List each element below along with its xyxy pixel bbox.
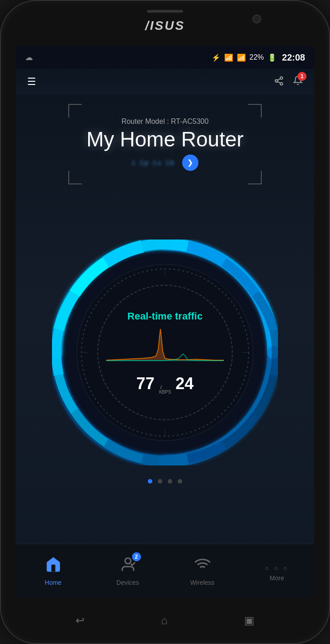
bracket-br — [248, 171, 262, 184]
devices-nav-icon: 2 — [119, 556, 137, 576]
nav-item-devices[interactable]: 2 Devices — [90, 556, 165, 586]
gauge-section: Real-time traffic — [16, 189, 314, 544]
more-nav-icon: ○ ○ ○ — [265, 561, 289, 572]
wireless-nav-icon — [194, 556, 211, 576]
bluetooth-icon: ⚡ — [212, 53, 221, 62]
battery-icon: 🔋 — [268, 53, 277, 62]
notification-wrapper[interactable]: 1 — [293, 75, 303, 88]
unit-label: KBPS — [159, 390, 171, 395]
traffic-title: Real-time traffic — [127, 310, 203, 322]
app-header: ☰ 1 — [16, 69, 314, 95]
status-bar: ☁ ⚡ 📶 📶 KBPS 22% 🔋 22:08 — [16, 46, 314, 69]
traffic-chart-svg — [106, 327, 224, 372]
page-dot-3[interactable] — [168, 479, 172, 484]
ip-address: 1 1p 1u 1b — [132, 159, 175, 166]
share-icon[interactable] — [274, 76, 284, 88]
nav-item-home[interactable]: Home — [16, 556, 90, 586]
download-value: 77 — [137, 374, 155, 393]
bracket-frame: Router Model : RT-AC5300 My Home Router … — [68, 104, 262, 184]
router-info: Router Model : RT-AC5300 My Home Router … — [16, 95, 314, 184]
svg-point-1 — [275, 80, 278, 82]
bracket-tl — [68, 104, 82, 118]
devices-nav-badge: 2 — [132, 552, 141, 561]
traffic-gauge: Real-time traffic — [52, 240, 278, 465]
svg-line-4 — [278, 78, 280, 80]
status-right: ⚡ 📶 📶 KBPS 22% 🔋 22:08 — [212, 52, 305, 63]
bracket-tr — [248, 104, 262, 118]
cloud-icon: ☁ — [25, 52, 33, 62]
home-nav-label: Home — [45, 579, 61, 586]
svg-point-0 — [280, 76, 283, 79]
signal-icon: 📶 — [237, 53, 246, 62]
nav-item-more[interactable]: ○ ○ ○ More — [240, 561, 314, 582]
next-button[interactable]: ❯ — [182, 155, 198, 171]
svg-line-3 — [278, 81, 280, 83]
home-hw-button[interactable]: ⌂ — [161, 614, 168, 627]
more-nav-label: More — [270, 574, 284, 582]
traffic-chart — [106, 327, 224, 372]
page-dot-1[interactable] — [148, 479, 152, 484]
router-name: My Home Router — [86, 128, 244, 151]
gauge-inner-display: Real-time traffic — [97, 285, 233, 420]
traffic-unit: / KBPS — [159, 385, 171, 395]
header-actions: 1 — [274, 75, 303, 88]
recents-button[interactable]: ▣ — [244, 614, 255, 627]
router-model: Router Model : RT-AC5300 — [86, 118, 244, 126]
front-camera — [252, 14, 261, 24]
notification-badge: 1 — [297, 72, 306, 81]
phone-screen: ☁ ⚡ 📶 📶 KBPS 22% 🔋 22:08 ☰ — [16, 46, 314, 598]
bracket-bl — [68, 171, 82, 184]
clock: 22:08 — [282, 52, 305, 63]
bottom-nav: Home 2 Devices — [16, 544, 314, 598]
back-button[interactable]: ↩ — [75, 614, 85, 627]
speaker-grille — [147, 10, 183, 13]
phone-bottom-hardware: ↩ ⌂ ▣ — [1, 598, 329, 643]
nav-item-wireless[interactable]: Wireless — [165, 556, 240, 586]
battery-display: 22% — [250, 53, 264, 61]
status-left: ☁ — [25, 52, 33, 62]
main-content: Router Model : RT-AC5300 My Home Router … — [16, 95, 314, 598]
wireless-nav-label: Wireless — [190, 579, 215, 586]
devices-nav-label: Devices — [117, 579, 139, 586]
page-dot-2[interactable] — [158, 479, 162, 484]
hamburger-menu-icon[interactable]: ☰ — [27, 76, 36, 88]
upload-value: 24 — [175, 374, 193, 393]
svg-point-13 — [125, 558, 131, 564]
page-indicators — [148, 479, 182, 484]
connection-row: 1 1p 1u 1b ❯ — [86, 155, 244, 171]
wifi-icon: 📶 — [224, 53, 233, 62]
page-dot-4[interactable] — [178, 479, 182, 484]
traffic-numbers: 77 / KBPS 24 — [137, 374, 194, 395]
phone-top-hardware: /ISUS — [1, 1, 329, 46]
phone-device: /ISUS ☁ ⚡ 📶 📶 KBPS 22% 🔋 22:08 ☰ — [0, 0, 330, 644]
home-nav-icon — [45, 556, 62, 576]
brand-logo: /ISUS — [145, 19, 185, 33]
svg-point-2 — [280, 82, 283, 85]
